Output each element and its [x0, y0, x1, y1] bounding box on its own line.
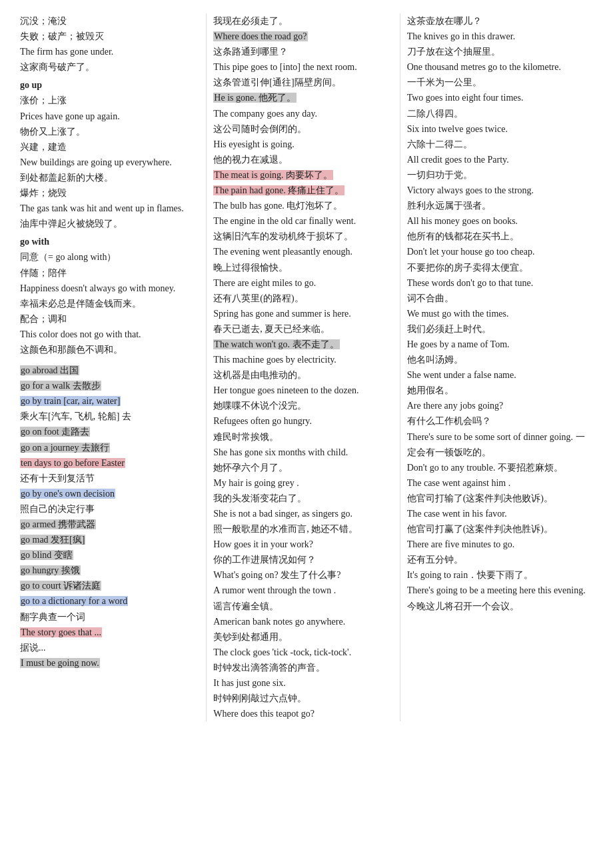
text-line: The meat is going. 肉要坏了。: [213, 167, 392, 183]
text-line: These words don't go to that tune.: [407, 275, 586, 291]
text-line: 二除八得四。: [407, 106, 586, 121]
text-line: 他官司打输了(这案件判决他败诉)。: [407, 491, 586, 506]
text-line: She is not a bad singer, as singers go.: [213, 506, 392, 521]
text-line: go to a dictionary for a word: [20, 593, 199, 609]
text-line: The watch won't go. 表不走了。: [213, 337, 392, 352]
text-line: This machine goes by electricity.: [213, 352, 392, 367]
text-line: The case went in his favor.: [407, 506, 586, 521]
text-line: 幸福未必总是伴随金钱而来。: [20, 296, 199, 311]
text-line: The story goes that ...: [20, 625, 199, 640]
text-line: 有什么工作机会吗？: [407, 413, 586, 429]
text-line: 美钞到处都通用。: [213, 629, 392, 645]
text-line: 难民时常挨饿。: [213, 429, 392, 445]
text-line: The engine in the old car finally went.: [213, 213, 392, 229]
text-line: 这机器是由电推动的。: [213, 367, 392, 383]
column-2: 我现在必须走了。Where does the road go?这条路通到哪里？T…: [207, 13, 400, 721]
text-line: 这公司随时会倒闭的。: [213, 121, 392, 137]
text-line: A rumor went through the town .: [213, 583, 392, 598]
text-line: 刀子放在这个抽屉里。: [407, 44, 586, 59]
text-line: 失败；破产；被毁灭: [20, 29, 199, 44]
main-content: 沉没；淹没失败；破产；被毁灭The firm has gone under.这家…: [20, 13, 593, 721]
text-line: 物价又上涨了。: [20, 124, 199, 139]
text-line: My hair is going grey .: [213, 475, 392, 491]
text-line: 这颜色和那颜色不调和。: [20, 342, 199, 357]
text-line: 时钟发出滴答滴答的声音。: [213, 660, 392, 675]
text-line: His eyesight is going.: [213, 137, 392, 152]
text-line: The gas tank was hit and went up in flam…: [20, 201, 199, 216]
text-line: 我的头发渐变花白了。: [213, 491, 392, 506]
text-line: 一切归功于党。: [407, 167, 586, 183]
text-line: 爆炸；烧毁: [20, 185, 199, 201]
text-line: go for a walk 去散步: [20, 378, 199, 393]
text-line: The company goes any day.: [213, 106, 392, 121]
text-line: It's going to rain．快要下雨了。: [407, 567, 586, 583]
text-line: Her tongue goes nineteen to the dozen.: [213, 383, 392, 398]
text-line: Victory always goes to the strong.: [407, 183, 586, 198]
text-line: It has just gone six.: [213, 675, 392, 691]
text-line: go on foot 走路去: [20, 424, 199, 439]
text-line: Two goes into eight four times.: [407, 90, 586, 105]
text-line: 兴建，建造: [20, 139, 199, 155]
text-line: ten days to go before Easter: [20, 455, 199, 471]
text-line: 你的工作进展情况如何？: [213, 552, 392, 567]
text-line: 涨价；上涨: [20, 93, 199, 108]
text-line: 伴随；陪伴: [20, 265, 199, 281]
text-line: 他官司打赢了(这案件判决他胜诉)。: [407, 521, 586, 537]
text-line: We must go with the times.: [407, 306, 586, 321]
text-line: This color does not go with that.: [20, 327, 199, 342]
text-line: He goes by a name of Tom.: [407, 337, 586, 352]
text-line: 他名叫汤姆。: [407, 352, 586, 367]
text-line: All his money goes on books.: [407, 213, 586, 229]
text-line: There are eight miles to go.: [213, 275, 392, 291]
text-line: He is gone. 他死了。: [213, 90, 392, 105]
text-line: Where does this teapot go?: [213, 706, 392, 721]
text-line: go abroad 出国: [20, 363, 199, 378]
text-line: Where does the road go?: [213, 29, 392, 44]
text-line: 这条路通到哪里？: [213, 44, 392, 59]
text-line: 我现在必须走了。: [213, 13, 392, 29]
text-line: go on a journey 去旅行: [20, 440, 199, 455]
text-line: 还有十天到复活节: [20, 471, 199, 486]
text-line: Happiness doesn't always go with money.: [20, 281, 199, 296]
text-line: 她喋喋不休说个没完。: [213, 398, 392, 413]
text-line: What's going on? 发生了什么事?: [213, 567, 392, 583]
text-line: The knives go in this drawer.: [407, 29, 586, 44]
text-line: All credit goes to the Party.: [407, 152, 586, 167]
text-line: Refugees often go hungry.: [213, 413, 392, 429]
text-line: The case went against him .: [407, 475, 586, 491]
text-line: 六除十二得二。: [407, 137, 586, 152]
text-line: The pain had gone. 疼痛止住了。: [213, 183, 392, 198]
text-line: 这茶壶放在哪儿？: [407, 13, 586, 29]
text-line: American bank notes go anywhere.: [213, 614, 392, 629]
text-line: go blind 变瞎: [20, 547, 199, 563]
text-line: go to court 诉诸法庭: [20, 578, 199, 593]
text-line: go by one's own decision: [20, 486, 199, 501]
text-line: This pipe goes to [into] the next room.: [213, 59, 392, 75]
text-line: Six into twelve goes twice.: [407, 121, 586, 137]
text-line: There are five minutes to go.: [407, 537, 586, 552]
text-line: go up: [20, 77, 199, 93]
text-line: She has gone six months with child.: [213, 445, 392, 460]
text-line: There's sure to be some sort of dinner g…: [407, 429, 586, 460]
text-line: Are there any jobs going?: [407, 398, 586, 413]
text-line: 谣言传遍全镇。: [213, 599, 392, 614]
text-line: 不要把你的房子卖得太便宜。: [407, 260, 586, 275]
text-line: 照一般歌星的水准而言, 她还不错。: [213, 521, 392, 537]
text-line: go armed 携带武器: [20, 517, 199, 532]
text-line: 他的视力在减退。: [213, 152, 392, 167]
text-line: 一千米为一公里。: [407, 75, 586, 90]
text-line: New buildings are going up everywhere.: [20, 155, 199, 170]
text-line: Don't go to any trouble. 不要招惹麻烦。: [407, 460, 586, 475]
text-line: 他所有的钱都花在买书上。: [407, 229, 586, 244]
column-1: 沉没；淹没失败；破产；被毁灭The firm has gone under.这家…: [20, 13, 207, 721]
text-line: go mad 发狂[疯]: [20, 532, 199, 547]
text-line: I must be going now.: [20, 655, 199, 671]
text-line: 时钟刚刚敲过六点钟。: [213, 691, 392, 706]
text-line: 油库中弹起火被烧毁了。: [20, 216, 199, 231]
text-line: go with: [20, 234, 199, 249]
text-line: 晚上过得很愉快。: [213, 260, 392, 275]
text-line: There's going to be a meeting here this …: [407, 583, 586, 613]
text-line: Spring has gone and summer is here.: [213, 306, 392, 321]
text-line: 配合；调和: [20, 311, 199, 327]
text-line: 翻字典查一个词: [20, 609, 199, 625]
